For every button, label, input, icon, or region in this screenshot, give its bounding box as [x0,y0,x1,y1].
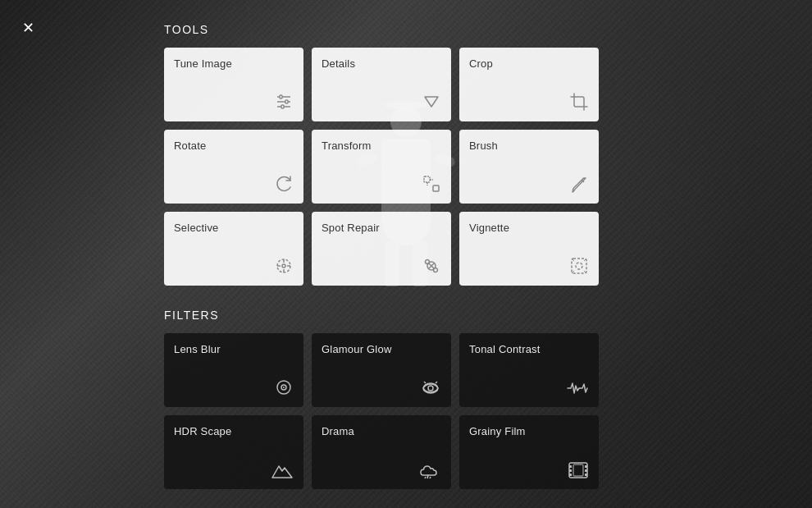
svg-rect-4 [280,95,282,98]
tool-details-label: Details [322,57,441,70]
tool-selective-label: Selective [174,222,294,234]
svg-point-34 [428,386,433,391]
tools-section-title: TOOLS [164,23,812,36]
tool-spot-repair-label: Spot Repair [322,222,441,234]
glamour-glow-icon [420,378,441,397]
svg-rect-46 [585,474,587,476]
spot-repair-icon [422,256,441,276]
svg-line-37 [427,475,428,478]
tool-brush-icon-area [469,174,589,197]
svg-point-23 [434,268,438,272]
tool-transform-icon-area [322,174,441,197]
selective-icon [274,256,294,276]
tool-rotate-label: Rotate [174,140,294,152]
filter-tonal-contrast-label: Tonal Contrast [469,343,589,355]
svg-point-32 [283,387,285,388]
main-content: TOOLS Tune Image Details [0,0,812,508]
tool-tune-image-icon-area [174,92,294,115]
svg-line-38 [425,477,426,478]
tool-tune-image[interactable]: Tune Image [164,48,303,121]
cloud-icon [418,461,441,479]
svg-point-25 [576,263,582,269]
tool-vignette-label: Vignette [469,222,589,234]
svg-rect-5 [285,100,288,103]
sliders-icon [274,92,294,112]
tool-transform-label: Transform [322,140,441,152]
mountain-icon [271,461,294,479]
svg-marker-7 [425,97,438,107]
svg-rect-43 [569,474,572,476]
rotate-icon [274,174,294,194]
tool-vignette[interactable]: Vignette [459,212,599,286]
tool-vignette-icon-area [469,256,589,279]
tool-rotate-icon-area [174,174,294,197]
svg-rect-42 [569,469,572,472]
filter-tonal-contrast-icon-area [469,379,589,400]
filter-drama-icon-area [322,461,441,483]
filter-lens-blur-icon-area [174,378,294,400]
tools-grid: Tune Image Details [164,48,812,286]
tool-spot-repair[interactable]: Spot Repair [312,212,451,286]
filter-glamour-glow[interactable]: Glamour Glow [312,333,451,407]
tool-tune-image-label: Tune Image [174,57,294,70]
close-icon: ✕ [22,19,34,37]
waveform-icon [566,379,589,397]
filter-hdr-scape[interactable]: HDR Scape [164,415,303,489]
tool-details[interactable]: Details [312,48,451,121]
svg-rect-45 [585,469,587,472]
filters-grid: Lens Blur Glamour Glow [164,333,812,489]
svg-point-22 [426,260,430,264]
crop-icon [569,92,589,112]
filter-drama-label: Drama [322,425,441,437]
filters-section-title: FILTERS [164,309,812,322]
svg-point-33 [423,383,438,393]
brush-icon [569,174,589,194]
svg-rect-40 [569,463,587,478]
filter-grainy-film-label: Grainy Film [469,425,589,437]
tool-brush[interactable]: Brush [459,130,599,204]
svg-rect-41 [569,465,572,468]
tool-brush-label: Brush [469,140,589,152]
filter-hdr-scape-label: HDR Scape [174,425,294,437]
tool-crop[interactable]: Crop [459,48,599,121]
tool-transform[interactable]: Transform [312,130,451,204]
svg-rect-9 [433,185,439,191]
transform-icon [422,174,441,194]
tool-crop-label: Crop [469,57,589,70]
vignette-icon [569,256,589,276]
filter-hdr-scape-icon-area [174,461,294,483]
tool-spot-repair-icon-area [322,256,441,279]
filter-glamour-glow-label: Glamour Glow [322,343,441,355]
filter-tonal-contrast[interactable]: Tonal Contrast [459,333,599,407]
filter-drama[interactable]: Drama [312,415,451,489]
svg-point-14 [282,264,285,268]
filter-lens-blur[interactable]: Lens Blur [164,333,303,407]
filter-grainy-film[interactable]: Grainy Film [459,415,599,489]
filter-lens-blur-label: Lens Blur [174,343,294,355]
svg-rect-8 [424,176,430,182]
svg-line-39 [430,477,431,478]
triangle-down-icon [422,92,441,112]
svg-rect-6 [281,105,284,108]
tool-crop-icon-area [469,92,589,115]
close-button[interactable]: ✕ [15,15,41,41]
tool-selective[interactable]: Selective [164,212,303,286]
filter-glamour-glow-icon-area [322,378,441,400]
film-icon [568,461,589,479]
svg-line-35 [424,382,426,383]
tool-details-icon-area [322,92,441,115]
svg-rect-44 [585,465,587,468]
tool-selective-icon-area [174,256,294,279]
lens-blur-icon [274,378,294,397]
filter-grainy-film-icon-area [469,461,589,483]
svg-line-36 [436,382,437,383]
svg-rect-47 [573,465,583,476]
tool-rotate[interactable]: Rotate [164,130,303,204]
